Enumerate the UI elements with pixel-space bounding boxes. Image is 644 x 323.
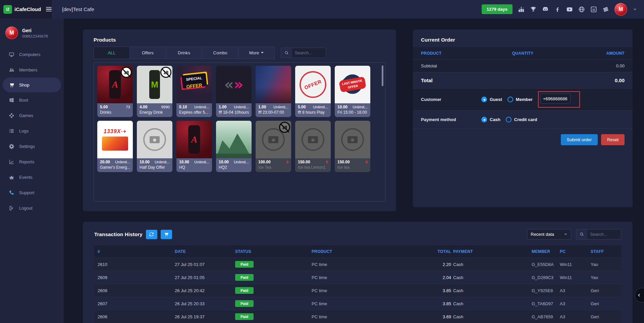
total-label: Total: [421, 77, 433, 83]
cart-button[interactable]: [161, 230, 172, 239]
product-card[interactable]: 18 5.00 73 Drinks: [97, 66, 133, 117]
icafecloud-icon[interactable]: [590, 6, 597, 13]
transaction-staff: Yao: [589, 275, 619, 280]
transaction-id: 2606: [96, 314, 173, 319]
product-price: 10.00: [219, 160, 229, 164]
guest-radio[interactable]: [481, 97, 487, 102]
transaction-payment: Cash: [452, 288, 530, 293]
product-card[interactable]: 18 150.00 0 Ice tea: [335, 121, 370, 172]
ranking-icon[interactable]: [518, 6, 525, 13]
hamburger-menu-icon[interactable]: [46, 7, 52, 12]
product-card[interactable]: 18 1.00 Unlimit... fff 18-04 10hours: [216, 66, 252, 117]
sidebar-item-label: Boot: [19, 98, 28, 103]
sidebar-item-boot[interactable]: Boot: [0, 92, 64, 108]
total-value: 0.00: [615, 77, 625, 83]
sidebar-item-games[interactable]: Games: [0, 108, 64, 123]
layers-icon[interactable]: [602, 6, 609, 13]
credit-card-radio[interactable]: [506, 117, 512, 122]
transaction-date: 27 Jul 25 01:07: [173, 262, 234, 267]
sidebar-item-members[interactable]: Members: [0, 62, 64, 77]
product-card[interactable]: 18 10.00 Unlimit... HQ: [176, 121, 212, 172]
sidebar-item-logs[interactable]: Logs: [0, 123, 64, 139]
payment-method-row: Payment method Cash Credit card: [413, 110, 633, 128]
transaction-total: 3.85: [416, 301, 452, 306]
brand: i2 iCafeCloud: [0, 0, 53, 18]
submit-order-button[interactable]: Submit order: [561, 134, 598, 145]
products-search-input[interactable]: [292, 48, 326, 58]
topbar-avatar[interactable]: M: [614, 3, 627, 16]
transactions-column-header: DATE: [173, 249, 234, 254]
subscription-days-badge[interactable]: 1279 days: [482, 4, 513, 14]
recent-data-select[interactable]: Recent data: [527, 229, 571, 239]
user-avatar[interactable]: M: [5, 26, 18, 39]
product-card[interactable]: 18 10.00 Unlimit... Fri 15:00 - 16:00: [335, 66, 370, 117]
avatar-chevron-down-icon[interactable]: [633, 7, 637, 12]
sidebar-item-events[interactable]: Events: [0, 169, 64, 185]
sidebar-item-shop[interactable]: Shop: [3, 77, 61, 92]
product-card[interactable]: 18 5.00 Unlimit... fff 8 hours Play: [295, 66, 331, 117]
order-subtotal-row: Subtotal 0.00: [413, 59, 633, 72]
product-price: 150.00: [337, 160, 350, 164]
products-tab[interactable]: Combo: [202, 47, 238, 59]
product-price: 1.00: [258, 105, 266, 109]
sidebar-item-support[interactable]: Support: [0, 185, 64, 200]
age-18-restriction-icon: 18: [160, 67, 171, 78]
product-card[interactable]: 18 150.00 0 Ice tea Lemon1: [295, 121, 331, 172]
product-name: fff 18-04 10hours: [216, 109, 252, 117]
sidebar-item-logout[interactable]: Logout: [0, 200, 64, 216]
transactions-table-header: # DATE STATUS PRODUCT TOTAL PAYMENT MEMB…: [94, 246, 621, 258]
product-name: Ice tea: [335, 164, 370, 172]
page-title: [dev]Test Cafe: [62, 6, 94, 12]
trophy-icon[interactable]: [530, 6, 537, 13]
products-tab[interactable]: Drinks: [166, 47, 202, 59]
subtotal-value: 0.00: [616, 63, 625, 68]
brand-logo-icon: i2: [3, 5, 12, 14]
product-card[interactable]: 18 10.00 Unlimit... Half Day Offer: [137, 121, 172, 172]
product-card[interactable]: 18 0.10 Unlimit... Expires offer 5...: [176, 66, 212, 117]
product-card[interactable]: 18 100.00 0 Ice Tea: [256, 121, 291, 172]
sidebar-item-icon: [9, 52, 14, 57]
transactions-table-body: 2610 27 Jul 25 01:07 Paid PC time 2.20 C…: [94, 258, 621, 323]
product-image: 18: [295, 121, 331, 158]
customer-phone-input[interactable]: [540, 94, 571, 104]
products-scrollbar[interactable]: [382, 65, 383, 86]
product-stock: Unlimit...: [353, 105, 368, 109]
products-tab[interactable]: Offers: [130, 47, 166, 59]
products-tab[interactable]: More: [238, 47, 275, 59]
transactions-column-header: PRODUCT: [310, 249, 416, 254]
products-tab[interactable]: ALL: [94, 47, 130, 59]
transactions-search-input[interactable]: [587, 229, 621, 239]
sidebar-item-computers[interactable]: Computers: [0, 47, 64, 62]
product-name: Ice Tea: [256, 164, 291, 172]
transaction-staff: Yao: [589, 262, 619, 267]
sidebar-item-settings[interactable]: Settings: [0, 139, 64, 154]
product-stock: Unlimit...: [313, 105, 328, 109]
sidebar-item-icon: [9, 97, 14, 103]
product-image: 18: [216, 121, 252, 158]
discord-icon[interactable]: [542, 6, 549, 13]
cash-radio-label: Cash: [490, 117, 500, 122]
member-radio[interactable]: [507, 97, 513, 102]
product-stock: 0: [326, 160, 328, 164]
sidebar-item-icon: [9, 205, 14, 211]
product-card[interactable]: 18 10.00 Unlimit... HQ2: [216, 121, 252, 172]
cash-radio[interactable]: [481, 117, 487, 122]
product-price: 4.00: [140, 105, 147, 109]
product-card[interactable]: 18 1.00 Unlimit... fff 23:00-07:00: [256, 66, 291, 117]
search-icon[interactable]: [281, 48, 292, 58]
sidebar-item-label: Events: [19, 175, 33, 180]
globe-icon[interactable]: [578, 6, 585, 13]
refresh-button[interactable]: [146, 230, 157, 239]
search-icon[interactable]: [576, 229, 587, 239]
product-card[interactable]: 18 4.00 9990 Energy Drink: [137, 66, 172, 117]
facebook-icon[interactable]: [554, 6, 561, 13]
products-search: [281, 48, 326, 58]
order-actions: Submit order Reset: [413, 128, 633, 151]
transactions-column-header: STAFF: [589, 249, 619, 254]
sidebar-item-icon: [9, 67, 14, 73]
reset-button[interactable]: Reset: [601, 134, 625, 145]
sidebar-item-reports[interactable]: Reports: [0, 154, 64, 169]
product-card[interactable]: 18 20.00 Unlimit... Gamer's Energ...: [97, 121, 133, 172]
youtube-icon[interactable]: [566, 6, 573, 13]
status-badge: Paid: [235, 287, 254, 294]
